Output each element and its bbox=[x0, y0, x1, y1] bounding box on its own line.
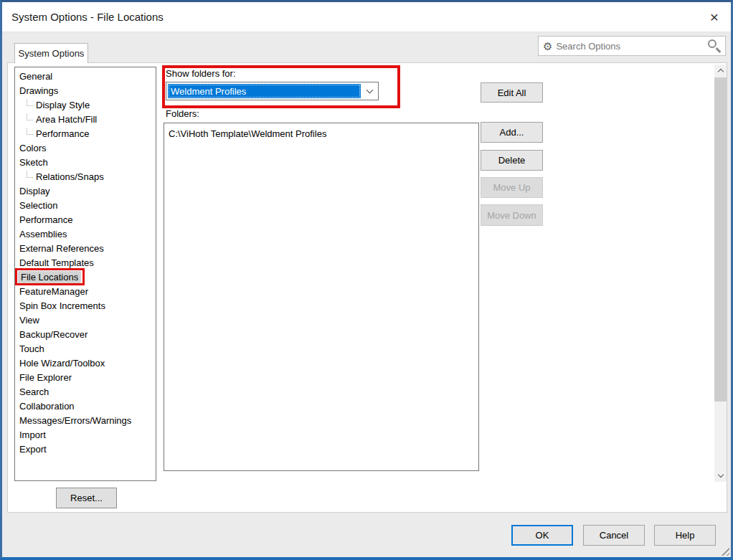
scrollbar-thumb[interactable] bbox=[714, 77, 727, 402]
tab-system-options[interactable]: System Options bbox=[14, 43, 88, 63]
cancel-button[interactable]: Cancel bbox=[583, 525, 645, 546]
reset-button[interactable]: Reset... bbox=[56, 488, 117, 508]
show-folders-dropdown[interactable]: Weldment Profiles bbox=[166, 82, 379, 100]
system-options-dialog: System Options - File Locations × ⚙ Sear… bbox=[0, 0, 733, 560]
folder-path-item[interactable]: C:\ViHoth Template\Weldment Profiles bbox=[164, 126, 478, 141]
sidebar-item-drawings[interactable]: Drawings bbox=[15, 83, 156, 98]
sidebar-item-selection[interactable]: Selection bbox=[15, 198, 156, 212]
search-icon[interactable] bbox=[706, 38, 722, 54]
tree-line-icon bbox=[27, 171, 33, 178]
dialog-title: System Options - File Locations bbox=[11, 11, 164, 23]
folders-label: Folders: bbox=[166, 108, 199, 119]
sidebar-item-area-hatch-fill[interactable]: Area Hatch/Fill bbox=[15, 112, 156, 126]
gear-icon: ⚙ bbox=[543, 41, 552, 52]
tree-line-icon bbox=[27, 100, 33, 106]
sidebar-item-external-references[interactable]: External References bbox=[15, 241, 156, 255]
sidebar-item-relations-snaps[interactable]: Relations/Snaps bbox=[15, 169, 156, 184]
chevron-down-icon bbox=[366, 86, 374, 93]
sidebar-item-export[interactable]: Export bbox=[15, 442, 156, 456]
title-bar: System Options - File Locations × bbox=[2, 2, 731, 32]
chevron-down-icon bbox=[717, 472, 723, 478]
show-folders-label: Show folders for: bbox=[166, 68, 236, 79]
sidebar-item-display-style[interactable]: Display Style bbox=[15, 98, 156, 112]
sidebar-item-colors[interactable]: Colors bbox=[15, 141, 156, 155]
sidebar-item-performance[interactable]: Performance bbox=[15, 126, 156, 141]
sidebar-list: General Drawings Display Style Area Hatc… bbox=[14, 67, 156, 481]
sidebar-item-hole-wizard-toolbox[interactable]: Hole Wizard/Toolbox bbox=[15, 356, 156, 370]
tree-line-icon bbox=[27, 114, 33, 120]
close-icon: × bbox=[710, 9, 719, 26]
sidebar-item-general[interactable]: General bbox=[15, 69, 156, 83]
help-button[interactable]: Help bbox=[654, 525, 716, 546]
dropdown-arrow-button[interactable] bbox=[361, 82, 378, 100]
sidebar-item-backup-recover[interactable]: Backup/Recover bbox=[15, 327, 156, 341]
sidebar-item-view[interactable]: View bbox=[15, 313, 156, 327]
sidebar-item-default-templates[interactable]: Default Templates bbox=[15, 255, 156, 270]
chevron-up-icon bbox=[717, 69, 723, 75]
sidebar-item-collaboration[interactable]: Collaboration bbox=[15, 399, 156, 413]
sidebar-item-spin-box-increments[interactable]: Spin Box Increments bbox=[15, 298, 156, 313]
sidebar-item-assemblies[interactable]: Assemblies bbox=[15, 227, 156, 241]
sidebar-item-touch[interactable]: Touch bbox=[15, 341, 156, 356]
ok-button[interactable]: OK bbox=[511, 525, 573, 546]
dropdown-selected-value: Weldment Profiles bbox=[168, 84, 361, 98]
sidebar-item-messages-errors-warnings[interactable]: Messages/Errors/Warnings bbox=[15, 413, 156, 427]
move-down-button[interactable]: Move Down bbox=[481, 204, 543, 226]
add-button[interactable]: Add... bbox=[481, 122, 543, 143]
delete-button[interactable]: Delete bbox=[481, 150, 543, 171]
tab-label: System Options bbox=[19, 48, 85, 59]
move-up-button[interactable]: Move Up bbox=[481, 177, 543, 198]
close-button[interactable]: × bbox=[704, 6, 725, 28]
resize-grip[interactable] bbox=[719, 546, 729, 556]
scroll-down-button[interactable] bbox=[714, 470, 727, 482]
folders-list[interactable]: C:\ViHoth Template\Weldment Profiles bbox=[164, 123, 479, 471]
sidebar-item-sketch[interactable]: Sketch bbox=[15, 155, 156, 169]
sidebar-item-featuremanager[interactable]: FeatureManager bbox=[15, 284, 156, 298]
sidebar-item-file-explorer[interactable]: File Explorer bbox=[15, 370, 156, 384]
sidebar-item-import[interactable]: Import bbox=[15, 427, 156, 442]
search-placeholder: Search Options bbox=[556, 41, 706, 52]
sidebar-item-performance[interactable]: Performance bbox=[15, 212, 156, 227]
sidebar-item-display[interactable]: Display bbox=[15, 184, 156, 198]
search-input[interactable]: ⚙ Search Options bbox=[538, 36, 726, 56]
sidebar-item-file-locations[interactable]: File Locations bbox=[15, 270, 156, 284]
vertical-scrollbar[interactable] bbox=[714, 65, 727, 482]
edit-all-button[interactable]: Edit All bbox=[481, 82, 543, 103]
scroll-up-button[interactable] bbox=[714, 65, 727, 77]
tree-line-icon bbox=[27, 128, 33, 135]
sidebar-item-search[interactable]: Search bbox=[15, 384, 156, 399]
